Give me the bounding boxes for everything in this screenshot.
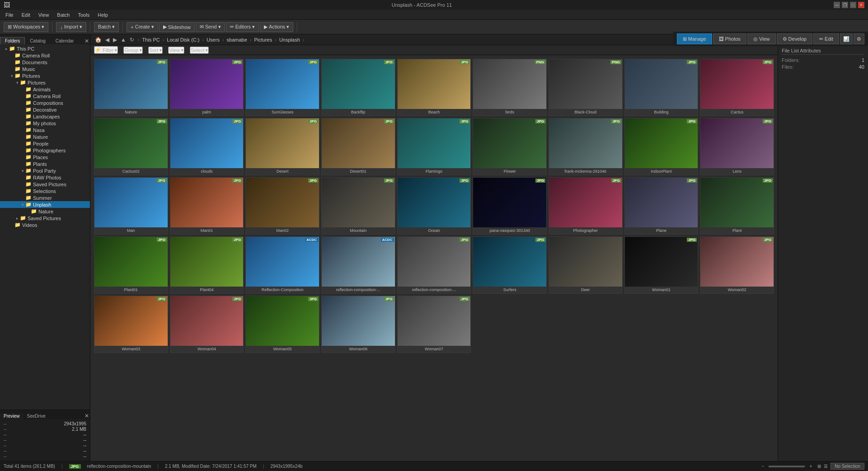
mode-photos-button[interactable]: 🖼 Photos — [713, 33, 746, 44]
thumbnail-item[interactable]: JPGCactus — [700, 59, 774, 116]
tree-item-saved-pictures[interactable]: ▸📁Saved Pictures — [0, 215, 90, 221]
thumbnail-item[interactable]: JPGMan02 — [245, 177, 319, 235]
tree-item-animals[interactable]: 📁Animals — [0, 86, 90, 93]
thumbnails-area[interactable]: JPGNatureJPGpalmJPGSunGlassesJPGBackflip… — [90, 55, 778, 461]
menu-tools[interactable]: Tools — [75, 11, 94, 19]
tree-item-documents[interactable]: 📁Documents — [0, 59, 90, 66]
tab-preview[interactable]: Preview — [0, 413, 23, 419]
tree-item-plants[interactable]: 📁Plants — [0, 160, 90, 167]
status-zoom-out-icon[interactable]: − — [762, 464, 765, 469]
thumbnail-item[interactable]: JPGclouds — [170, 118, 244, 175]
tab-catalog[interactable]: Catalog — [25, 37, 50, 44]
thumbnail-item[interactable]: JPGBeach — [397, 59, 471, 116]
tree-item-this-pc[interactable]: ▸📁This PC — [0, 45, 90, 52]
filter-button[interactable]: ⚡ Filter ▾ — [94, 46, 118, 54]
thumbnail-item[interactable]: JPGPlant01 — [94, 236, 168, 294]
thumbnail-item[interactable]: JPGWoman02 — [700, 236, 774, 294]
nav-up-button[interactable]: ▲ — [120, 37, 127, 43]
workspaces-button[interactable]: ⊞ Workspaces ▾ — [4, 22, 48, 32]
thumbnail-item[interactable]: JPGWoman01 — [624, 236, 699, 294]
tree-item-pictures[interactable]: ▾📁Pictures — [0, 79, 90, 86]
crumb-localdisk[interactable]: Local Disk (C:) — [167, 37, 199, 42]
thumbnail-item[interactable]: JPGNature — [94, 59, 168, 116]
group-button[interactable]: Group ▾ — [123, 47, 143, 54]
thumbnail-item[interactable]: JPGMan — [94, 177, 168, 235]
tree-item-raw-photos[interactable]: 📁RAW Photos — [0, 174, 90, 181]
menu-edit[interactable]: Edit — [18, 11, 34, 19]
sort-button[interactable]: Sort ▾ — [148, 47, 163, 54]
thumbnail-item[interactable]: JPGLens — [700, 118, 774, 175]
menu-file[interactable]: File — [2, 11, 17, 19]
select-button[interactable]: Select ▾ — [190, 47, 209, 54]
thumbnail-item[interactable]: JPGpalm — [170, 59, 244, 116]
tree-item-music[interactable]: 📁Music — [0, 66, 90, 72]
nav-arrow-left-button[interactable]: ◀ — [104, 37, 110, 43]
tree-item-summer[interactable]: 📁Summer — [0, 194, 90, 201]
thumbnail-item[interactable]: Deer — [549, 236, 623, 294]
thumbnail-item[interactable]: JPGSurfers — [473, 236, 547, 294]
menu-batch[interactable]: Batch — [53, 11, 73, 19]
tree-item-camera-roll[interactable]: 📁Camera Roll — [0, 52, 90, 59]
thumbnail-item[interactable]: JPGMan01 — [170, 177, 244, 235]
thumbnail-item[interactable]: JPGDesert — [245, 118, 319, 175]
thumbnail-item[interactable]: ACDCreflection-composition-... — [321, 236, 395, 294]
mode-develop-button[interactable]: ⚙ Develop — [777, 33, 812, 44]
thumbnail-item[interactable]: JPGSunGlasses — [245, 59, 319, 116]
thumbnail-item[interactable]: JPGBuilding — [624, 59, 699, 116]
nav-back-button[interactable]: 🏠 — [94, 37, 103, 43]
tree-item-videos[interactable]: 📁Videos — [0, 221, 90, 228]
thumbnail-item[interactable]: JPGBackflip — [321, 59, 395, 116]
close-button[interactable]: ✕ — [858, 2, 864, 8]
thumbnail-item[interactable]: JPGIndoorPlant — [624, 118, 699, 175]
mode-manage-button[interactable]: ⊞ Manage — [677, 33, 712, 44]
tree-item-people[interactable]: 📁People — [0, 140, 90, 147]
actions-button[interactable]: ▶ Actions ▾ — [260, 22, 293, 32]
thumbnail-item[interactable]: JPGMountain — [321, 177, 395, 235]
tree-item-photographers[interactable]: 📁Photographers — [0, 147, 90, 154]
thumbnail-item[interactable]: JPGCactus02 — [94, 118, 168, 175]
tree-item-nature[interactable]: 📁Nature — [0, 133, 90, 140]
tree-item-camera-roll[interactable]: 📁Camera Roll — [0, 93, 90, 99]
thumbnail-item[interactable]: JPGPlant — [700, 177, 774, 235]
thumbnail-item[interactable]: JPGPlant04 — [170, 236, 244, 294]
nav-refresh-button[interactable]: ↻ — [129, 37, 135, 43]
crumb-users[interactable]: Users — [206, 37, 220, 42]
thumbnail-item[interactable]: JPGWoman07 — [397, 296, 471, 353]
minimize-button[interactable]: — — [834, 2, 840, 8]
send-button[interactable]: ✉ Send ▾ — [196, 22, 225, 32]
crumb-thispc[interactable]: This PC — [142, 37, 160, 42]
menu-view[interactable]: View — [35, 11, 53, 19]
tree-item-nasa[interactable]: 📁Nasa — [0, 127, 90, 133]
left-panel-close[interactable]: ✕ — [84, 38, 89, 44]
thumbnail-item[interactable]: JPGPlane — [624, 177, 699, 235]
thumbnail-item[interactable]: JPGWoman04 — [170, 296, 244, 353]
crumb-pictures[interactable]: Pictures — [254, 37, 272, 42]
batch-button[interactable]: Batch ▾ — [94, 22, 119, 32]
status-zoom-in-icon[interactable]: + — [809, 464, 812, 469]
thumbnail-item[interactable]: PNGBlack-Cloud — [549, 59, 623, 116]
tree-item-my-photos[interactable]: 📁My photos — [0, 120, 90, 127]
tree-item-unplash[interactable]: ▾📁Unplash — [0, 201, 90, 208]
restore-button[interactable]: ❐ — [842, 2, 848, 8]
thumbnail-item[interactable]: JPGFlower — [473, 118, 547, 175]
import-button[interactable]: ↓ Import ▾ — [56, 22, 86, 32]
thumbnail-item[interactable]: JPGreflection-composition-... — [397, 236, 471, 294]
thumbnail-item[interactable]: JPGDesert01 — [321, 118, 395, 175]
tab-calendar[interactable]: Calendar — [51, 37, 79, 44]
editors-button[interactable]: ✏ Editors ▾ — [226, 22, 259, 32]
mode-edit-button[interactable]: ✏ Edit — [813, 33, 839, 44]
mode-view-button[interactable]: ◎ View — [747, 33, 776, 44]
thumbnail-item[interactable]: ACDCReflection-Composition — [245, 236, 319, 294]
menu-help[interactable]: Help — [94, 11, 112, 19]
tree-item-landscapes[interactable]: 📁Landscapes — [0, 113, 90, 120]
tree-item-nature[interactable]: 📁Nature — [0, 208, 90, 215]
tree-item-places[interactable]: 📁Places — [0, 154, 90, 160]
nav-arrow-right-button[interactable]: ▶ — [112, 37, 118, 43]
preview-close[interactable]: ✕ — [84, 413, 89, 419]
view-button[interactable]: View ▾ — [168, 47, 184, 54]
window-controls[interactable]: — ❐ □ ✕ — [834, 2, 864, 8]
tree-item-selections[interactable]: 📁Selections — [0, 188, 90, 194]
crumb-unsplash[interactable]: Unsplash — [279, 37, 300, 42]
tree-item-saved-pictures[interactable]: 📁Saved Pictures — [0, 181, 90, 188]
create-button[interactable]: + Create ▾ — [127, 22, 158, 32]
